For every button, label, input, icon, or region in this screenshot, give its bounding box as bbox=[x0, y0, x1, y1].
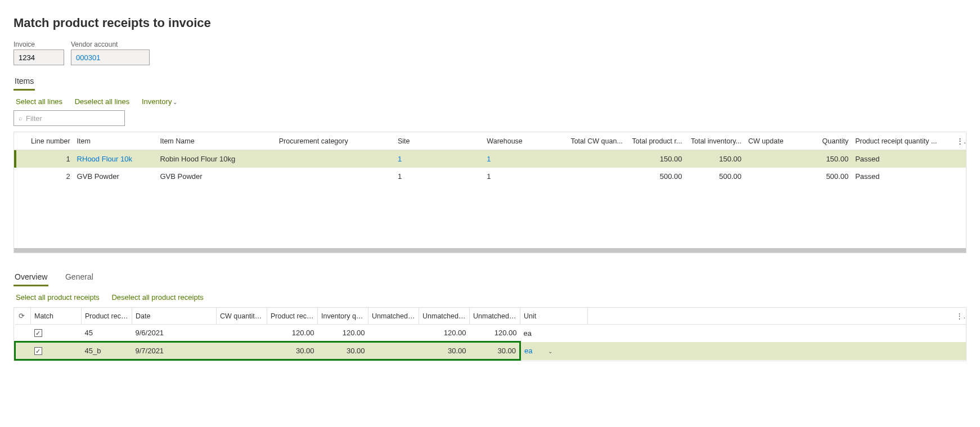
cell-product-receipt: 45_b bbox=[82, 342, 132, 360]
table-row[interactable]: 2GVB PowderGVB Powder11500.00500.00500.0… bbox=[14, 168, 966, 185]
cell-item-name: Robin Hood Flour 10kg bbox=[156, 150, 275, 168]
col-line-number[interactable]: Line number bbox=[27, 132, 73, 150]
tab-general[interactable]: General bbox=[64, 269, 95, 285]
table-row[interactable]: ✓459/6/2021120.00120.00120.00120.00ea bbox=[15, 325, 966, 342]
col-site[interactable]: Site bbox=[394, 132, 483, 150]
col-unit[interactable]: Unit bbox=[520, 308, 588, 325]
grid2-more-icon[interactable]: ⋮ bbox=[952, 308, 966, 325]
invoice-label: Invoice bbox=[14, 41, 64, 48]
cell-total-inv: 500.00 bbox=[685, 168, 745, 185]
col-product-receipt[interactable]: Product receipt bbox=[82, 308, 132, 325]
cell-cw-qty bbox=[217, 342, 267, 360]
cell-unm-cw bbox=[368, 325, 419, 342]
cell-unm-cw bbox=[368, 342, 419, 360]
filter-input[interactable]: ⌕ Filter bbox=[14, 110, 125, 126]
cell-product-receipt: 45 bbox=[82, 325, 132, 342]
cell-total-cw bbox=[567, 150, 626, 168]
chevron-down-icon[interactable]: ⌄ bbox=[548, 348, 552, 354]
tab-overview[interactable]: Overview bbox=[14, 269, 48, 286]
cell-prq: Passed bbox=[852, 168, 953, 185]
cell-proc-cat bbox=[276, 150, 394, 168]
cell-total-pr: 500.00 bbox=[626, 168, 686, 185]
cell-match[interactable]: ✓ bbox=[31, 342, 82, 360]
page-title: Match product receipts to invoice bbox=[14, 16, 966, 30]
col-quantity[interactable]: Quantity bbox=[804, 132, 852, 150]
grid-more-icon[interactable]: ⋮ bbox=[953, 132, 966, 150]
deselect-all-receipts-button[interactable]: Deselect all product receipts bbox=[111, 293, 203, 302]
cell-site[interactable]: 1 bbox=[394, 150, 483, 168]
cell-quantity: 150.00 bbox=[804, 150, 852, 168]
col-total-pr[interactable]: Total product r... bbox=[626, 132, 686, 150]
filter-placeholder: Filter bbox=[26, 114, 42, 123]
col-proc-cat[interactable]: Procurement category bbox=[276, 132, 394, 150]
cell-date: 9/7/2021 bbox=[132, 342, 217, 360]
col-unm-pr[interactable]: Unmatched pr... bbox=[419, 308, 470, 325]
col-unm-cw[interactable]: Unmatched C... bbox=[368, 308, 419, 325]
cell-total-inv: 150.00 bbox=[685, 150, 745, 168]
cell-item-name: GVB Powder bbox=[156, 168, 275, 185]
horizontal-scrollbar[interactable] bbox=[14, 248, 966, 253]
cell-inv-qty: 120.00 bbox=[318, 325, 368, 342]
col-item[interactable]: Item bbox=[74, 132, 157, 150]
cell-total-cw bbox=[567, 168, 626, 185]
cell-date: 9/6/2021 bbox=[132, 325, 217, 342]
table-row[interactable]: 1RHood Flour 10kRobin Hood Flour 10kg111… bbox=[14, 150, 966, 168]
cell-inv-qty: 30.00 bbox=[318, 342, 368, 360]
col-cw-qty[interactable]: CW quantity t... bbox=[217, 308, 267, 325]
col-pr-qty[interactable]: Product receip... bbox=[267, 308, 318, 325]
cell-pr-qty: 120.00 bbox=[267, 325, 318, 342]
col-prq[interactable]: Product receipt quantity ... bbox=[852, 132, 953, 150]
select-all-lines-button[interactable]: Select all lines bbox=[16, 97, 62, 106]
cell-line: 2 bbox=[27, 168, 73, 185]
cell-cw-update bbox=[745, 150, 804, 168]
table-row[interactable]: ✓45_b9/7/202130.0030.0030.0030.00ea⌄ bbox=[15, 342, 966, 360]
search-icon: ⌕ bbox=[19, 114, 23, 122]
col-total-cw[interactable]: Total CW quan... bbox=[567, 132, 626, 150]
cell-cw-update bbox=[745, 168, 804, 185]
select-all-receipts-button[interactable]: Select all product receipts bbox=[16, 293, 100, 302]
cell-line: 1 bbox=[27, 150, 73, 168]
cell-unm-pr: 30.00 bbox=[419, 342, 470, 360]
col-item-name[interactable]: Item Name bbox=[156, 132, 275, 150]
col-cw-update[interactable]: CW update bbox=[745, 132, 804, 150]
cell-unm-inv: 120.00 bbox=[470, 325, 520, 342]
col-date[interactable]: Date bbox=[132, 308, 217, 325]
chevron-down-icon: ⌄ bbox=[173, 99, 177, 105]
inventory-menu[interactable]: Inventory⌄ bbox=[142, 97, 177, 106]
tab-items[interactable]: Items bbox=[14, 73, 35, 91]
col-match[interactable]: Match bbox=[31, 308, 82, 325]
col-inv-qty[interactable]: Inventory qua... bbox=[318, 308, 368, 325]
col-warehouse[interactable]: Warehouse bbox=[483, 132, 567, 150]
cell-warehouse[interactable]: 1 bbox=[483, 150, 567, 168]
cell-match[interactable]: ✓ bbox=[31, 325, 82, 342]
cell-site[interactable]: 1 bbox=[394, 168, 483, 185]
checkbox-checked-icon[interactable]: ✓ bbox=[34, 347, 42, 355]
receipts-grid: ⟳ Match Product receipt Date CW quantity… bbox=[14, 307, 966, 361]
cell-warehouse[interactable]: 1 bbox=[483, 168, 567, 185]
cell-item[interactable]: RHood Flour 10k bbox=[74, 150, 157, 168]
cell-quantity: 500.00 bbox=[804, 168, 852, 185]
col-total-inv[interactable]: Total inventory... bbox=[685, 132, 745, 150]
cell-unm-inv: 30.00 bbox=[470, 342, 520, 360]
cell-proc-cat bbox=[276, 168, 394, 185]
cell-total-pr: 150.00 bbox=[626, 150, 686, 168]
items-grid: Line number Item Item Name Procurement c… bbox=[14, 132, 966, 253]
cell-unit[interactable]: ea⌄ bbox=[520, 342, 588, 360]
refresh-icon[interactable]: ⟳ bbox=[15, 308, 31, 325]
cell-item[interactable]: GVB Powder bbox=[74, 168, 157, 185]
vendor-input[interactable] bbox=[71, 50, 150, 65]
invoice-input[interactable] bbox=[14, 50, 64, 65]
checkbox-checked-icon[interactable]: ✓ bbox=[34, 329, 42, 337]
col-unm-inv[interactable]: Unmatched inv... bbox=[470, 308, 520, 325]
cell-unit[interactable]: ea bbox=[520, 325, 588, 342]
deselect-all-lines-button[interactable]: Deselect all lines bbox=[75, 97, 130, 106]
cell-unm-pr: 120.00 bbox=[419, 325, 470, 342]
vendor-label: Vendor account bbox=[71, 41, 150, 48]
cell-pr-qty: 30.00 bbox=[267, 342, 318, 360]
cell-cw-qty bbox=[217, 325, 267, 342]
cell-prq: Passed bbox=[852, 150, 953, 168]
